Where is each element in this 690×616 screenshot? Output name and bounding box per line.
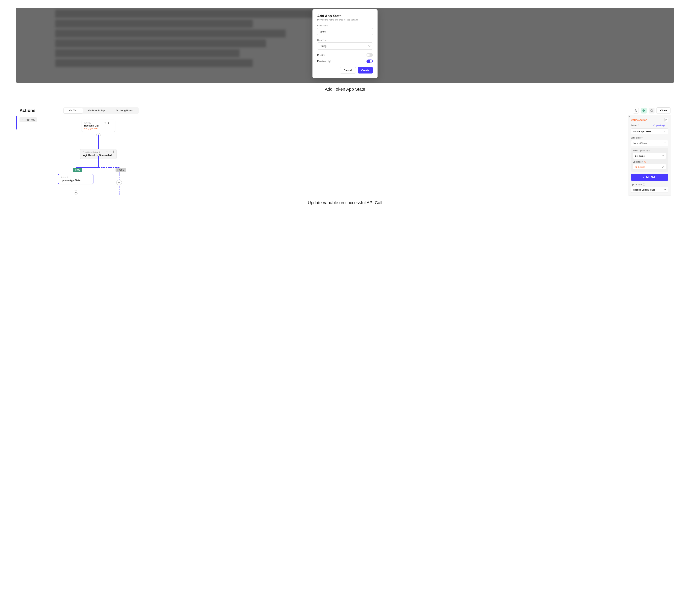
- update-type-label: Select Update Type: [633, 150, 666, 152]
- panel-title: Define Action: [631, 118, 647, 122]
- data-type-select[interactable]: String: [317, 42, 373, 50]
- arrow-down-icon[interactable]: [109, 151, 111, 153]
- add-node-button[interactable]: +: [74, 190, 78, 195]
- flow-canvas: Action 1 Backend Call API (loginUser) ⋮ …: [16, 116, 629, 195]
- update-type-select[interactable]: Set Value: [633, 153, 666, 159]
- arrow-up-icon[interactable]: [104, 122, 106, 124]
- is-list-label: Is List i: [317, 53, 327, 57]
- define-action-panel: Define Action Action 2 (yreekcsy) ⋮ Upda…: [628, 115, 671, 196]
- section1-caption: Add Token App State: [16, 87, 674, 92]
- info-icon[interactable]: i: [640, 137, 643, 139]
- add-node-button-false[interactable]: +: [116, 180, 122, 185]
- field-name-label: Field Name: [317, 24, 373, 27]
- check-icon[interactable]: [641, 108, 647, 113]
- action-type-select[interactable]: Update App State: [631, 129, 668, 134]
- persisted-label: Persisted i: [317, 60, 331, 63]
- hand-icon[interactable]: [633, 108, 639, 113]
- true-badge: TRUE: [73, 168, 82, 172]
- action-hash: (yreekcsy) ⋮: [653, 124, 668, 127]
- value-input[interactable]: Tт $.token: [633, 164, 666, 170]
- false-badge: FALSE: [115, 168, 126, 172]
- is-list-toggle[interactable]: [366, 53, 373, 57]
- doc-icon[interactable]: [664, 118, 668, 122]
- modal-subtitle: Provide the name and type for this varia…: [317, 19, 373, 21]
- arrow-down-icon[interactable]: [107, 122, 109, 124]
- tab-on-tap[interactable]: On Tap: [64, 108, 83, 113]
- update-type2-select[interactable]: Rebuild Current Page: [631, 187, 668, 193]
- value-to-set-label: Value to set: [633, 161, 666, 163]
- svg-point-3: [644, 161, 645, 161]
- modal-backdrop: Add App State Provide the name and type …: [16, 8, 674, 83]
- dots-icon[interactable]: ⋮: [666, 124, 668, 126]
- node-action2[interactable]: Action 2 Update App State ⋮: [58, 174, 93, 184]
- info-icon[interactable]: i: [328, 60, 331, 63]
- actions-title: Actions: [20, 108, 36, 113]
- dots-icon[interactable]: ⋮: [112, 151, 115, 153]
- info-icon[interactable]: i: [643, 183, 645, 185]
- dots-icon[interactable]: ⋮: [89, 176, 91, 178]
- text-type-icon: Tт: [634, 166, 637, 168]
- tab-on-long-press[interactable]: On Long Press: [110, 108, 138, 113]
- modal-title: Add App State: [317, 14, 373, 18]
- close-button[interactable]: Close: [656, 107, 670, 114]
- settings-icon[interactable]: [644, 161, 646, 163]
- arrow-up-icon[interactable]: [106, 151, 108, 153]
- add-app-state-modal: Add App State Provide the name and type …: [312, 9, 378, 78]
- trigger-tabs: On Tap On Double Tap On Long Press: [63, 107, 138, 114]
- persisted-toggle[interactable]: [366, 60, 373, 63]
- pencil-icon[interactable]: [662, 166, 665, 168]
- info-icon[interactable]: i: [324, 54, 327, 57]
- field-select[interactable]: token - (String): [631, 140, 668, 146]
- tab-on-double-tap[interactable]: On Double Tap: [83, 108, 110, 113]
- actions-panel: Actions On Tap On Double Tap On Long Pre…: [16, 104, 674, 196]
- update-type2-label: Update Type i: [631, 183, 668, 185]
- cancel-button[interactable]: Cancel: [340, 67, 356, 73]
- svg-point-1: [651, 110, 652, 111]
- add-field-button[interactable]: +Add Field: [631, 174, 668, 181]
- data-type-label: Data Type: [317, 39, 373, 41]
- set-fields-label: Set Fields i: [631, 137, 668, 139]
- svg-point-0: [643, 109, 645, 112]
- bug-icon[interactable]: [649, 108, 654, 113]
- pencil-icon[interactable]: [653, 124, 655, 126]
- field-name-input[interactable]: [317, 28, 373, 35]
- action-label: Action 2: [631, 124, 639, 127]
- node-action1[interactable]: Action 1 Backend Call API (loginUser) ⋮: [82, 119, 115, 132]
- section2-caption: Update variable on successful API Call: [16, 200, 674, 205]
- svg-point-4: [645, 162, 646, 162]
- create-button[interactable]: Create: [358, 67, 373, 73]
- dots-icon[interactable]: ⋮: [111, 122, 113, 124]
